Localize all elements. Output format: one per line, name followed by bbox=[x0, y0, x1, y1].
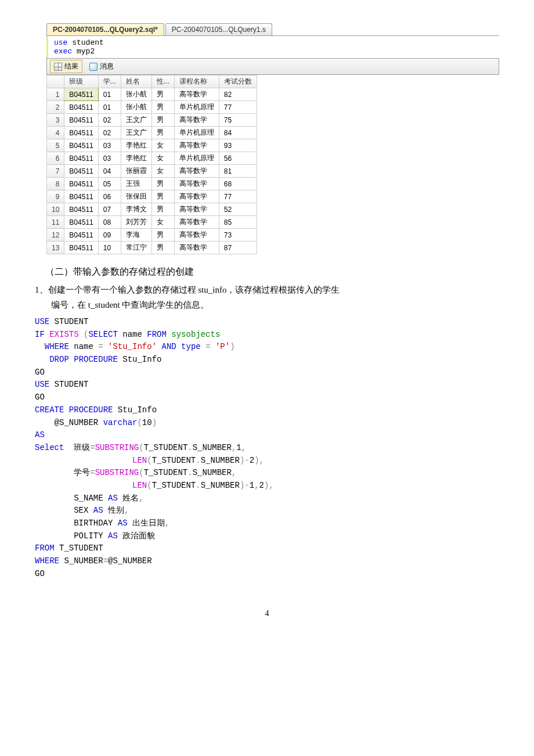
table-row[interactable]: 4B0451102王文广男单片机原理84 bbox=[47, 127, 257, 139]
column-header[interactable]: 姓名 bbox=[121, 75, 151, 88]
table-cell[interactable]: 单片机原理 bbox=[174, 152, 219, 165]
table-row[interactable]: 8B0451105王强男高等数学68 bbox=[47, 178, 257, 190]
table-cell[interactable]: 张小航 bbox=[121, 88, 151, 101]
table-cell[interactable]: 男 bbox=[151, 178, 174, 190]
table-cell[interactable]: 张小航 bbox=[121, 101, 151, 114]
column-header[interactable]: 性... bbox=[151, 75, 174, 88]
table-cell[interactable]: 52 bbox=[219, 203, 257, 216]
table-row[interactable]: 3B0451102王文广男高等数学75 bbox=[47, 114, 257, 127]
table-cell[interactable]: 男 bbox=[151, 101, 174, 114]
table-cell[interactable]: B04511 bbox=[64, 152, 98, 165]
table-cell[interactable]: 85 bbox=[219, 216, 257, 229]
table-cell[interactable]: 87 bbox=[219, 242, 257, 254]
table-cell[interactable]: 女 bbox=[151, 152, 174, 165]
table-cell[interactable]: B04511 bbox=[64, 190, 98, 203]
table-row[interactable]: 7B0451104张丽霞女高等数学81 bbox=[47, 165, 257, 178]
table-cell[interactable]: 男 bbox=[151, 127, 174, 139]
table-cell[interactable]: 男 bbox=[151, 229, 174, 242]
table-cell[interactable]: 李艳红 bbox=[121, 152, 151, 165]
table-cell[interactable]: 08 bbox=[98, 216, 121, 229]
table-cell[interactable]: 77 bbox=[219, 101, 257, 114]
table-row[interactable]: 2B0451101张小航男单片机原理77 bbox=[47, 101, 257, 114]
table-row[interactable]: 12B0451109李海男高等数学73 bbox=[47, 229, 257, 242]
table-row[interactable]: 6B0451103李艳红女单片机原理56 bbox=[47, 152, 257, 165]
table-cell[interactable]: B04511 bbox=[64, 216, 98, 229]
table-cell[interactable]: 02 bbox=[98, 127, 121, 139]
table-cell[interactable]: 李艳红 bbox=[121, 139, 151, 152]
table-cell[interactable]: B04511 bbox=[64, 114, 98, 127]
table-cell[interactable]: 82 bbox=[219, 88, 257, 101]
table-cell[interactable]: 男 bbox=[151, 203, 174, 216]
table-cell[interactable]: 女 bbox=[151, 216, 174, 229]
table-cell[interactable]: B04511 bbox=[64, 165, 98, 178]
table-cell[interactable]: 93 bbox=[219, 139, 257, 152]
table-cell[interactable]: 高等数学 bbox=[174, 216, 219, 229]
table-cell[interactable]: 男 bbox=[151, 88, 174, 101]
code-editor[interactable]: use studentexec myp2 bbox=[46, 36, 499, 58]
column-header[interactable]: 考试分数 bbox=[219, 75, 257, 88]
table-cell[interactable]: 高等数学 bbox=[174, 229, 219, 242]
table-cell[interactable]: 01 bbox=[98, 101, 121, 114]
table-cell[interactable]: B04511 bbox=[64, 139, 98, 152]
table-cell[interactable]: 04 bbox=[98, 165, 121, 178]
table-cell[interactable]: 09 bbox=[98, 229, 121, 242]
table-cell[interactable]: 高等数学 bbox=[174, 114, 219, 127]
column-header[interactable]: 课程名称 bbox=[174, 75, 219, 88]
table-cell[interactable]: 03 bbox=[98, 152, 121, 165]
table-cell[interactable]: 男 bbox=[151, 114, 174, 127]
table-cell[interactable]: 01 bbox=[98, 88, 121, 101]
table-cell[interactable]: 李博文 bbox=[121, 203, 151, 216]
table-row[interactable]: 13B0451110常江宁男高等数学87 bbox=[47, 242, 257, 254]
table-cell[interactable]: B04511 bbox=[64, 178, 98, 190]
table-cell[interactable]: 男 bbox=[151, 190, 174, 203]
table-row[interactable]: 5B0451103李艳红女高等数学93 bbox=[47, 139, 257, 152]
table-cell[interactable]: 73 bbox=[219, 229, 257, 242]
table-cell[interactable]: 女 bbox=[151, 139, 174, 152]
table-cell[interactable]: 10 bbox=[98, 242, 121, 254]
table-cell[interactable]: 高等数学 bbox=[174, 165, 219, 178]
table-cell[interactable]: 高等数学 bbox=[174, 190, 219, 203]
table-cell[interactable]: 06 bbox=[98, 190, 121, 203]
table-cell[interactable]: 77 bbox=[219, 190, 257, 203]
table-cell[interactable]: 张丽霞 bbox=[121, 165, 151, 178]
table-cell[interactable]: 07 bbox=[98, 203, 121, 216]
table-cell[interactable]: 女 bbox=[151, 165, 174, 178]
table-cell[interactable]: 单片机原理 bbox=[174, 101, 219, 114]
table-cell[interactable]: 高等数学 bbox=[174, 178, 219, 190]
table-cell[interactable]: 常江宁 bbox=[121, 242, 151, 254]
column-header[interactable]: 班级 bbox=[64, 75, 98, 88]
table-cell[interactable]: 高等数学 bbox=[174, 242, 219, 254]
table-cell[interactable]: 男 bbox=[151, 242, 174, 254]
tab-query1[interactable]: PC-2004070105...QLQuery1.s bbox=[165, 23, 272, 35]
messages-tab[interactable]: 消息 bbox=[86, 60, 117, 73]
table-row[interactable]: 11B0451108刘芳芳女高等数学85 bbox=[47, 216, 257, 229]
table-cell[interactable]: 03 bbox=[98, 139, 121, 152]
table-cell[interactable]: 王文广 bbox=[121, 114, 151, 127]
table-cell[interactable]: 王强 bbox=[121, 178, 151, 190]
table-row[interactable]: 1B0451101张小航男高等数学82 bbox=[47, 88, 257, 101]
table-cell[interactable]: B04511 bbox=[64, 127, 98, 139]
table-cell[interactable]: 刘芳芳 bbox=[121, 216, 151, 229]
table-cell[interactable]: 单片机原理 bbox=[174, 127, 219, 139]
table-cell[interactable]: 李海 bbox=[121, 229, 151, 242]
table-cell[interactable]: B04511 bbox=[64, 88, 98, 101]
table-cell[interactable]: 张保田 bbox=[121, 190, 151, 203]
tab-query2[interactable]: PC-2004070105...QLQuery2.sql* bbox=[46, 23, 164, 35]
table-cell[interactable]: 王文广 bbox=[121, 127, 151, 139]
table-cell[interactable]: B04511 bbox=[64, 101, 98, 114]
table-cell[interactable]: 81 bbox=[219, 165, 257, 178]
table-row[interactable]: 9B0451106张保田男高等数学77 bbox=[47, 190, 257, 203]
table-cell[interactable]: 05 bbox=[98, 178, 121, 190]
table-cell[interactable]: B04511 bbox=[64, 242, 98, 254]
results-tab[interactable]: 结果 bbox=[50, 60, 82, 73]
table-cell[interactable]: 56 bbox=[219, 152, 257, 165]
column-header[interactable]: 学... bbox=[98, 75, 121, 88]
table-cell[interactable]: B04511 bbox=[64, 229, 98, 242]
table-cell[interactable]: 84 bbox=[219, 127, 257, 139]
table-cell[interactable]: 02 bbox=[98, 114, 121, 127]
table-cell[interactable]: 68 bbox=[219, 178, 257, 190]
table-cell[interactable]: 75 bbox=[219, 114, 257, 127]
table-row[interactable]: 10B0451107李博文男高等数学52 bbox=[47, 203, 257, 216]
table-cell[interactable]: 高等数学 bbox=[174, 139, 219, 152]
table-cell[interactable]: 高等数学 bbox=[174, 203, 219, 216]
